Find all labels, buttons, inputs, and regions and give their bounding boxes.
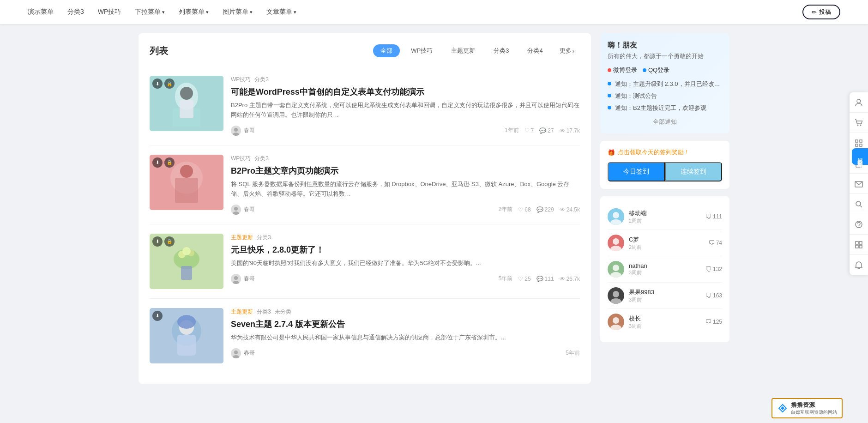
nav-cat3[interactable]: 分类3 [67,8,84,16]
gift-icon: 🎁 [608,149,615,156]
weibo-login-button[interactable]: 微博登录 [608,66,637,74]
article-meta: 春哥 5年前 ♡ 25 💬 111 👁 26.7k [231,274,580,284]
article-thumbnail: ⬇ 🔒 [150,234,223,289]
svg-point-45 [613,317,619,324]
user-count: 🗨 74 [708,239,722,247]
article-excerpt: 将 SQL 服务器数据库备份到任意数量的流行云存储服务，如 Dropbox、On… [231,180,580,199]
article-meta: 春哥 5年前 [231,348,580,358]
time-stat: 5年前 [566,349,580,357]
nav-dropdown2[interactable]: 列表菜单 ▾ [179,8,209,16]
category-tag[interactable]: 分类3 [254,155,269,163]
svg-rect-50 [856,140,858,142]
notice-item[interactable]: 通知：测试公告 [608,92,722,100]
filter-more[interactable]: 更多 › [554,44,580,57]
thumb-badges: ⬇ 🔒 [152,79,175,89]
svg-point-13 [234,207,238,211]
likes-stat: ♡ 68 [518,206,530,213]
nav-dropdown4[interactable]: 文章菜单 ▾ [266,8,296,16]
lock-badge: 🔒 [164,157,175,168]
qq-login-button[interactable]: QQ登录 [643,66,669,74]
article-content: WP技巧 分类3 B2Pro主题文章内页功能演示 将 SQL 服务器数据库备份到… [231,155,580,215]
nav-dropdown1[interactable]: 下拉菜单 ▾ [135,8,165,16]
user-count: 🗨 163 [705,292,722,299]
article-categories: WP技巧 分类3 [231,155,580,163]
comments-stat: 💬 229 [536,206,554,213]
article-title[interactable]: B2Pro主题文章内页功能演示 [231,165,580,177]
category-tag[interactable]: 分类3 [257,234,271,242]
article-thumbnail: ⬇ [150,308,223,363]
download-badge: ⬇ [152,157,163,168]
signin-prompt[interactable]: 🎁 点击领取今天的签到奖励！ [608,148,722,157]
filter-all[interactable]: 全部 [373,44,400,57]
article-stats: 5年前 ♡ 25 💬 111 👁 26.7k [499,275,580,283]
chevron-down-icon: ▾ [250,9,253,15]
support-icon[interactable] [850,214,868,235]
signin-buttons: 今日签到 连续签到 [608,162,722,181]
all-notices-button[interactable]: 全部通知 [608,118,722,126]
article-list: ⬇ 🔒 WP技巧 分类3 可能是WordPress中首创的自定义表单支付功能演示… [150,66,580,373]
notice-dot [608,94,611,97]
article-stats: 2年前 ♡ 68 💬 229 👁 24.5k [499,205,580,213]
notice-dot [608,106,611,109]
page-container: 列表 全部 WP技巧 主题更新 分类3 分类4 更多 › [111,24,757,393]
lock-badge: 🔒 [164,236,175,247]
category-tag[interactable]: 主题更新 [231,308,253,316]
article-title[interactable]: Seven主题 2.7.4 版本更新公告 [231,319,580,330]
list-title: 列表 [150,45,168,57]
sidebar: 嗨！朋友 所有的伟大，都源于一个勇敢的开始 微博登录 QQ登录 通知：主题升级到… [600,33,729,384]
notice-item[interactable]: 通知：B2主题接近完工，欢迎参观 [608,104,722,112]
avatar [608,208,624,225]
avatar [608,235,624,251]
message-icon: 🗨 [705,318,711,326]
article-title[interactable]: 元旦快乐，2.8.0更新了！ [231,244,580,256]
article-item: ⬇ 主题更新 分类3 未分类 Seven主题 2.7.4 版本更新公告 华为技术… [150,299,580,373]
filter-wp[interactable]: WP技巧 [404,44,440,57]
hello-title: 嗨！朋友 [608,41,722,50]
avatar [608,261,624,278]
grid-icon[interactable] [850,235,868,255]
category-tag[interactable]: WP技巧 [231,155,251,163]
category-tag[interactable]: 主题更新 [231,234,253,242]
login-buttons: 微博登录 QQ登录 [608,66,722,74]
article-categories: 主题更新 分类3 未分类 [231,308,580,316]
svg-point-36 [613,238,619,245]
category-tag[interactable]: 分类3 [254,76,269,84]
category-tag[interactable]: WP技巧 [231,76,251,84]
svg-point-56 [856,201,861,206]
article-author: 春哥 [231,274,255,284]
svg-point-42 [613,291,619,297]
article-title[interactable]: 可能是WordPress中首创的自定义表单支付功能演示 [231,86,580,98]
svg-point-59 [858,227,859,228]
nav-demo[interactable]: 演示菜单 [28,8,54,16]
search-icon[interactable] [850,194,868,214]
avatar [231,274,241,284]
filter-cat3[interactable]: 分类3 [486,44,516,57]
category-tag[interactable]: 未分类 [275,308,291,316]
signin-today-button[interactable]: 今日签到 [608,162,665,181]
svg-point-20 [182,247,191,255]
notice-item[interactable]: 通知：主题升级到 2.3.0，并且已经改… [608,80,722,88]
nav-wp[interactable]: WP技巧 [98,8,121,16]
svg-rect-52 [856,144,858,146]
article-excerpt: 华为技术有限公司是中华人民共和国一家从事信息与通信解决方案的供应商，总部位于广东… [231,333,580,343]
unlock-badge[interactable]: 解锁会员权限 [852,148,868,165]
signin-continue-button[interactable]: 连续签到 [665,162,722,181]
mail-icon[interactable] [850,174,868,194]
message-icon: 🗨 [705,213,711,220]
bell-icon[interactable] [850,255,868,275]
avatar [608,287,624,304]
thumb-badges: ⬇ [152,311,163,321]
time-stat: 1年前 [505,127,519,134]
user-item: 校长 3周前 🗨 125 [608,309,722,335]
right-sidebar [850,92,868,275]
article-author: 春哥 [231,205,255,215]
user-icon[interactable] [850,92,868,113]
filter-cat4[interactable]: 分类4 [520,44,550,57]
article-excerpt: B2Pro 主题自带一套自定义支付系统，您可以使用此系统生成支付表单和回调，自定… [231,101,580,120]
cart-icon[interactable] [850,113,868,133]
filter-theme[interactable]: 主题更新 [444,44,482,57]
category-tag[interactable]: 分类3 [257,308,271,316]
svg-point-39 [613,265,619,271]
submit-button[interactable]: ✏ 投稿 [802,5,840,19]
nav-dropdown3[interactable]: 图片菜单 ▾ [223,8,253,16]
